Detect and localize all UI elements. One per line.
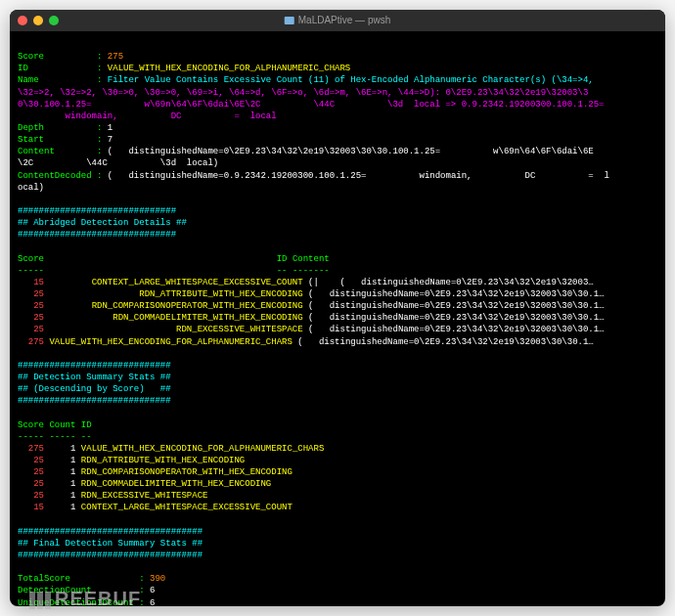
dash: ----- bbox=[18, 432, 44, 442]
id-header: ID bbox=[277, 254, 288, 264]
row-id: RDN_EXCESSIVE_WHITESPACE bbox=[176, 325, 303, 334]
row-score: 25 bbox=[18, 456, 44, 465]
row-id: RDN_COMMADELIMITER_WITH_HEX_ENCODING bbox=[81, 479, 271, 489]
row-score: 25 bbox=[18, 479, 44, 489]
depth-value: 1 bbox=[108, 123, 112, 133]
final-title: ## Final Detection Summary Stats ## bbox=[18, 539, 202, 549]
row-count: 1 bbox=[70, 467, 75, 477]
abridged-title: ## Abridged Detection Details ## bbox=[18, 218, 187, 228]
row-id: RDN_ATTRIBUTE_WITH_HEX_ENCODING bbox=[139, 289, 302, 299]
row-content: ( distinguishedName=0\2E9.23\34\32\2e19\… bbox=[308, 313, 604, 323]
row-score: 15 bbox=[18, 278, 44, 287]
titlebar: MaLDAPtive — pwsh bbox=[10, 10, 665, 31]
dash: -- bbox=[277, 266, 288, 276]
row-count: 1 bbox=[70, 456, 75, 465]
hash-divider: ############################# bbox=[18, 361, 171, 371]
window-title: MaLDAPtive — pwsh bbox=[285, 14, 390, 27]
row-score: 275 bbox=[18, 444, 44, 454]
score-label: Score bbox=[18, 52, 44, 62]
row-score: 25 bbox=[18, 301, 44, 311]
id-header: ID bbox=[81, 420, 92, 430]
decoded-label: ContentDecoded : bbox=[18, 171, 102, 181]
maximize-button[interactable] bbox=[49, 16, 59, 25]
folder-icon bbox=[285, 17, 294, 24]
watermark-text: REEBUF bbox=[55, 588, 141, 609]
hash-divider: ################################### bbox=[18, 527, 202, 537]
terminal-content[interactable]: Score : 275 ID : VALUE_WITH_HEX_ENCODING… bbox=[10, 31, 665, 606]
count-header: Count bbox=[49, 420, 75, 430]
score-header: Score bbox=[18, 420, 44, 430]
row-content: ( distinguishedName=0\2E9.23\34\32\2e19\… bbox=[308, 301, 604, 311]
total-label: TotalScore bbox=[18, 574, 70, 584]
row-score: 25 bbox=[18, 325, 44, 334]
row-id: RDN_COMPARISONOPERATOR_WITH_HEX_ENCODING bbox=[81, 467, 292, 477]
traffic-lights bbox=[18, 16, 59, 25]
decoded-line-2: ocal) bbox=[18, 183, 44, 193]
hash-divider: ############################## bbox=[18, 206, 176, 216]
watermark: REEBUF bbox=[29, 586, 141, 612]
hash-divider: ################################### bbox=[18, 550, 202, 560]
row-id: VALUE_WITH_HEX_ENCODING_FOR_ALPHANUMERIC… bbox=[49, 337, 292, 347]
hash-divider: ############################## bbox=[18, 230, 176, 240]
hash-divider: ############################# bbox=[18, 396, 171, 406]
name-value: Filter Value Contains Excessive Count (1… bbox=[108, 75, 594, 85]
row-id: RDN_COMMADELIMITER_WITH_HEX_ENCODING bbox=[112, 313, 302, 323]
content-header: Content bbox=[292, 254, 330, 264]
minimize-button[interactable] bbox=[33, 16, 43, 25]
title-text: MaLDAPtive — pwsh bbox=[298, 14, 390, 27]
row-score: 25 bbox=[18, 289, 44, 299]
close-button[interactable] bbox=[18, 16, 27, 25]
decoded-value: ( distinguishedName=0.9.2342.19200300.10… bbox=[108, 171, 609, 181]
hex-line-2: 0\30.100.1.25= w\69n\64\6F\6dai\6E\2C \4… bbox=[18, 100, 605, 110]
hex-line-3: windomain, DC = local bbox=[18, 111, 277, 121]
row-count: 1 bbox=[70, 491, 75, 501]
row-id: CONTEXT_LARGE_WHITESPACE_EXCESSIVE_COUNT bbox=[81, 503, 292, 512]
depth-label: Depth bbox=[18, 123, 44, 133]
dash: ------- bbox=[292, 266, 330, 276]
summary-title2: ## (Descending by Score) ## bbox=[18, 384, 171, 394]
row-id: RDN_ATTRIBUTE_WITH_HEX_ENCODING bbox=[81, 456, 245, 465]
terminal-window: MaLDAPtive — pwsh Score : 275 ID : VALUE… bbox=[10, 10, 665, 606]
id-value: VALUE_WITH_HEX_ENCODING_FOR_ALPHANUMERIC… bbox=[108, 64, 350, 73]
dash: ----- bbox=[49, 432, 75, 442]
row-count: 1 bbox=[70, 444, 75, 454]
total-value: 390 bbox=[150, 574, 165, 584]
score-value: 275 bbox=[108, 52, 123, 62]
row-id: RDN_COMPARISONOPERATOR_WITH_HEX_ENCODING bbox=[92, 301, 303, 311]
summary-title1: ## Detection Summary Stats ## bbox=[18, 373, 171, 382]
row-count: 1 bbox=[70, 503, 75, 512]
name-label: Name bbox=[18, 75, 39, 85]
dash: ----- bbox=[18, 266, 44, 276]
row-content: ( distinguishedName=0\2E9.23\34\32\2e19\… bbox=[297, 337, 593, 347]
score-header: Score bbox=[18, 254, 44, 264]
row-score: 15 bbox=[18, 503, 44, 512]
start-value: 7 bbox=[108, 135, 112, 145]
detection-value: 6 bbox=[150, 586, 155, 595]
content-label: Content bbox=[18, 147, 55, 156]
row-id: RDN_EXCESSIVE_WHITESPACE bbox=[81, 491, 208, 501]
row-id: VALUE_WITH_HEX_ENCODING_FOR_ALPHANUMERIC… bbox=[81, 444, 324, 454]
unique-value: 6 bbox=[150, 598, 155, 606]
hex-line-1: \32=>2, \32=>2, \30=>0, \30=>0, \69=>i, … bbox=[18, 88, 588, 98]
row-content: ( distinguishedName=0\2E9.23\34\32\2e19\… bbox=[308, 325, 604, 334]
content-line-2: \2C \44C \3d local) bbox=[18, 158, 218, 168]
row-score: 25 bbox=[18, 313, 44, 323]
id-label: ID bbox=[18, 64, 28, 73]
row-count: 1 bbox=[70, 479, 75, 489]
watermark-bars-icon bbox=[29, 592, 51, 609]
row-content: (| ( distinguishedName=0\2E9.23\34\32\2e… bbox=[308, 278, 594, 287]
row-content: ( distinguishedName=0\2E9.23\34\32\2e19\… bbox=[308, 289, 604, 299]
dash: -- bbox=[81, 432, 92, 442]
row-score: 25 bbox=[18, 467, 44, 477]
row-score: 275 bbox=[18, 337, 44, 347]
row-score: 25 bbox=[18, 491, 44, 501]
content-value: ( distinguishedName=0\2E9.23\34\32\2e19\… bbox=[108, 147, 594, 156]
row-id: CONTEXT_LARGE_WHITESPACE_EXCESSIVE_COUNT bbox=[92, 278, 303, 287]
start-label: Start bbox=[18, 135, 44, 145]
